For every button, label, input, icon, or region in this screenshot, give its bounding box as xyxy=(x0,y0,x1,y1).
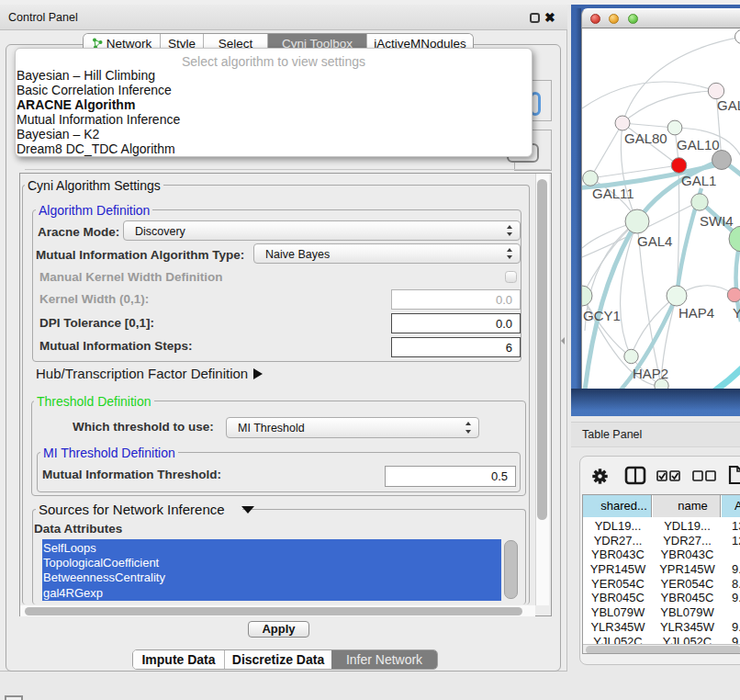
svg-text:Y: Y xyxy=(733,305,740,321)
svg-text:HAP2: HAP2 xyxy=(633,366,668,381)
svg-text:GAL10: GAL10 xyxy=(677,137,720,152)
svg-text:GCY1: GCY1 xyxy=(583,308,621,323)
svg-text:GAL80: GAL80 xyxy=(624,130,667,146)
svg-text:GAL11: GAL11 xyxy=(592,186,634,201)
svg-text:GAL4: GAL4 xyxy=(637,233,672,249)
svg-text:SWI4: SWI4 xyxy=(700,213,734,229)
svg-text:HAP4: HAP4 xyxy=(678,305,714,321)
svg-text:GAL: GAL xyxy=(717,97,740,113)
svg-text:GAL1: GAL1 xyxy=(681,173,716,188)
